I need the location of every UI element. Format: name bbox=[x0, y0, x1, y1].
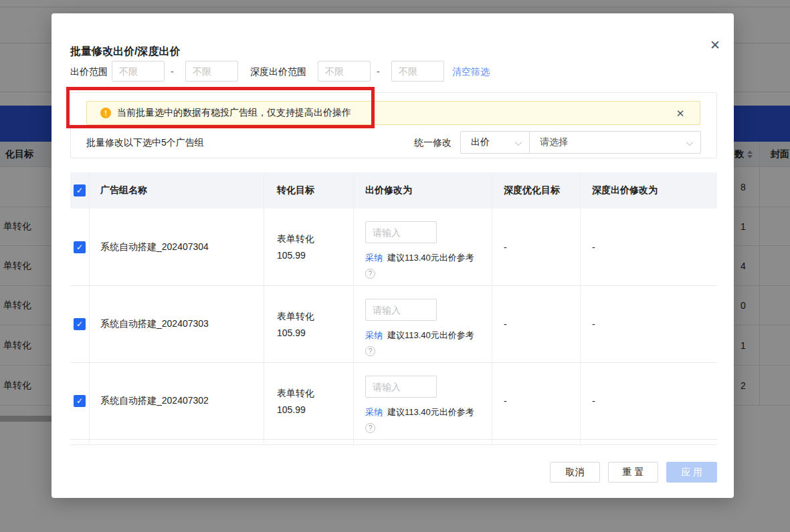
ad-group-name: 系统自动搭建_202407302 bbox=[90, 363, 264, 439]
deep-bid-range-min-input[interactable] bbox=[318, 61, 371, 82]
conversion-goal-cell: 表单转化 105.99 bbox=[264, 286, 354, 362]
bid-range-max-input[interactable] bbox=[185, 61, 238, 82]
bid-input[interactable] bbox=[365, 221, 437, 243]
current-bid: 105.99 bbox=[277, 327, 353, 338]
goal-label: 表单转化 bbox=[277, 233, 353, 245]
warning-banner: 当前批量选中的数据有稳投广告组，仅支持提高出价操作 ✕ bbox=[86, 101, 700, 125]
bid-suggestion: 建议113.40元出价参考 bbox=[387, 252, 474, 264]
header-bid-modify: 出价修改为 bbox=[354, 172, 492, 209]
cancel-button[interactable]: 取消 bbox=[550, 462, 600, 483]
ad-group-table: 广告组名称 转化目标 出价修改为 深度优化目标 深度出价修改为 系统自动搭建_2… bbox=[70, 172, 717, 445]
batch-selection-summary: 批量修改以下选中5个广告组 bbox=[86, 131, 204, 154]
deep-goal-cell: - bbox=[492, 363, 581, 439]
clear-filter-link[interactable]: 清空筛选 bbox=[452, 66, 490, 78]
ad-group-name: 系统自动搭建_202407304 bbox=[90, 209, 264, 285]
header-conversion-goal: 转化目标 bbox=[264, 172, 354, 209]
batch-edit-bid-dialog: 批量修改出价/深度出价 ✕ 出价范围 - 深度出价范围 - 清空筛选 当前批量选… bbox=[52, 13, 734, 498]
bid-range-label: 出价范围 bbox=[70, 66, 108, 78]
table-row-partial bbox=[70, 440, 717, 445]
row-checkbox[interactable] bbox=[74, 241, 86, 253]
question-circle-icon[interactable] bbox=[365, 346, 375, 356]
modify-value-select[interactable]: 请选择 bbox=[529, 131, 701, 154]
table-row: 系统自动搭建_202407304 表单转化 105.99 采纳 建议113.40… bbox=[70, 209, 717, 286]
bid-modify-cell: 采纳 建议113.40元出价参考 bbox=[354, 363, 492, 439]
conversion-goal-cell: 表单转化 105.99 bbox=[264, 363, 354, 439]
unified-modify-label: 统一修改 bbox=[414, 131, 452, 154]
close-icon[interactable]: ✕ bbox=[706, 35, 724, 54]
bid-modify-cell: 采纳 建议113.40元出价参考 bbox=[354, 286, 492, 362]
deep-bid-cell: - bbox=[581, 363, 717, 439]
banner-close-icon[interactable]: ✕ bbox=[672, 102, 689, 126]
adopt-link[interactable]: 采纳 bbox=[365, 406, 383, 418]
modify-field-select[interactable]: 出价 bbox=[460, 131, 530, 154]
question-circle-icon[interactable] bbox=[365, 269, 375, 279]
modify-value-placeholder: 请选择 bbox=[540, 136, 568, 148]
current-bid: 105.99 bbox=[277, 404, 353, 415]
bid-input[interactable] bbox=[365, 299, 437, 321]
deep-bid-range-label: 深度出价范围 bbox=[250, 66, 306, 78]
question-circle-icon[interactable] bbox=[365, 423, 375, 433]
row-checkbox[interactable] bbox=[74, 318, 86, 330]
chevron-down-icon bbox=[686, 139, 693, 146]
header-ad-group-name: 广告组名称 bbox=[90, 172, 264, 209]
goal-label: 表单转化 bbox=[277, 311, 353, 323]
adopt-link[interactable]: 采纳 bbox=[365, 252, 383, 264]
bid-suggestion: 建议113.40元出价参考 bbox=[387, 329, 474, 342]
header-deep-bid-modify: 深度出价修改为 bbox=[581, 172, 717, 209]
deep-bid-cell: - bbox=[581, 286, 717, 362]
dialog-title: 批量修改出价/深度出价 bbox=[70, 45, 180, 59]
select-all-checkbox[interactable] bbox=[74, 184, 86, 196]
conversion-goal-cell: 表单转化 105.99 bbox=[264, 209, 354, 285]
adopt-link[interactable]: 采纳 bbox=[365, 329, 383, 342]
bid-range-min-input[interactable] bbox=[112, 61, 165, 82]
bid-modify-cell: 采纳 建议113.40元出价参考 bbox=[354, 209, 492, 285]
range-separator: - bbox=[377, 66, 380, 77]
modify-field-value: 出价 bbox=[471, 136, 490, 148]
table-row: 系统自动搭建_202407302 表单转化 105.99 采纳 建议113.40… bbox=[70, 363, 717, 440]
exclamation-circle-icon bbox=[100, 108, 111, 118]
table-row: 系统自动搭建_202407303 表单转化 105.99 采纳 建议113.40… bbox=[70, 286, 717, 363]
chevron-down-icon bbox=[515, 139, 522, 146]
current-bid: 105.99 bbox=[277, 250, 353, 261]
goal-label: 表单转化 bbox=[277, 388, 353, 400]
bid-suggestion: 建议113.40元出价参考 bbox=[387, 406, 474, 418]
deep-bid-range-max-input[interactable] bbox=[391, 61, 444, 82]
deep-goal-cell: - bbox=[492, 209, 581, 285]
reset-button[interactable]: 重 置 bbox=[608, 462, 658, 483]
bid-input[interactable] bbox=[365, 376, 437, 398]
ad-group-name: 系统自动搭建_202407303 bbox=[90, 286, 264, 362]
deep-goal-cell: - bbox=[492, 286, 581, 362]
table-header-row: 广告组名称 转化目标 出价修改为 深度优化目标 深度出价修改为 bbox=[70, 172, 717, 209]
warning-message: 当前批量选中的数据有稳投广告组，仅支持提高出价操作 bbox=[117, 107, 351, 119]
header-deep-goal: 深度优化目标 bbox=[492, 172, 581, 209]
deep-bid-cell: - bbox=[581, 209, 717, 285]
range-separator: - bbox=[171, 66, 174, 77]
row-checkbox[interactable] bbox=[74, 395, 86, 407]
apply-button[interactable]: 应 用 bbox=[666, 462, 717, 483]
batch-settings-panel: 当前批量选中的数据有稳投广告组，仅支持提高出价操作 ✕ 批量修改以下选中5个广告… bbox=[70, 92, 717, 158]
